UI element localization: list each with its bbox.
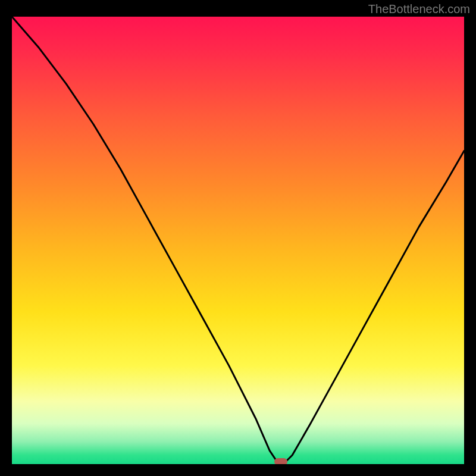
bottleneck-curve bbox=[12, 17, 464, 464]
minimum-marker bbox=[274, 458, 287, 464]
watermark-text: TheBottleneck.com bbox=[368, 2, 470, 16]
curve-line bbox=[12, 17, 464, 464]
chart-plot-area bbox=[12, 17, 464, 464]
